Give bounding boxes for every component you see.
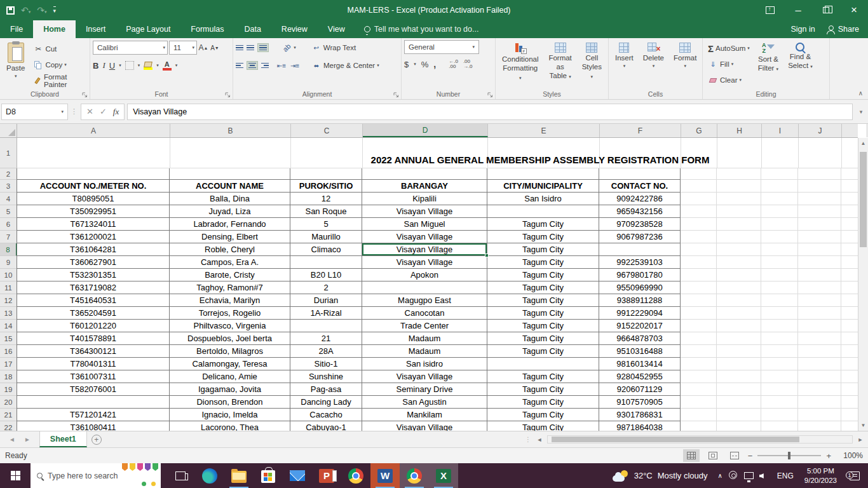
increase-decimal-button[interactable]: ←.0.00 xyxy=(449,59,458,69)
cell-E2[interactable] xyxy=(487,168,599,180)
row-header-17[interactable]: 17 xyxy=(0,358,17,370)
cell-H18[interactable] xyxy=(717,370,761,383)
cell-K6[interactable] xyxy=(841,218,858,231)
cell-E3[interactable]: CITY/MUNICIPALITY xyxy=(487,180,599,193)
cell-D4[interactable]: Kipalili xyxy=(362,193,487,205)
decrease-indent-icon[interactable]: ⇤≡ xyxy=(276,60,287,71)
cell-A13[interactable]: T365204591 xyxy=(17,307,170,320)
cell-A15[interactable]: T401578891 xyxy=(17,332,170,345)
cell-I11[interactable] xyxy=(761,281,798,294)
cell-B14[interactable]: Philtvasco, Virgenia xyxy=(170,320,290,332)
cell-J17[interactable] xyxy=(798,358,841,370)
cell-D9[interactable]: Visayan Village xyxy=(362,256,487,269)
column-header-I[interactable]: I xyxy=(762,124,799,137)
cell-C11[interactable]: 2 xyxy=(290,281,362,294)
row-header-1[interactable]: 1 xyxy=(0,138,17,168)
sign-in-link[interactable]: Sign in xyxy=(790,25,815,34)
zoom-slider[interactable] xyxy=(757,455,821,456)
cell-B8[interactable]: Roble, Cheryl xyxy=(170,243,290,256)
cell-C12[interactable]: Durian xyxy=(290,294,362,307)
cell-I13[interactable] xyxy=(761,307,798,320)
cell-E19[interactable]: Tagum City xyxy=(487,383,599,396)
font-dialog-launcher[interactable] xyxy=(225,92,231,98)
autosum-button[interactable]: ΣAutoSum▾ xyxy=(705,41,752,55)
row-header-12[interactable]: 12 xyxy=(0,294,17,307)
cell-J15[interactable] xyxy=(798,332,841,345)
cell-B18[interactable]: Delicano, Amie xyxy=(170,370,290,383)
taskbar-store[interactable] xyxy=(254,463,283,488)
conditional-formatting-button[interactable]: ≠ ConditionalFormatting ▾ xyxy=(498,40,543,89)
cell-J2[interactable] xyxy=(798,168,841,180)
cell-F5[interactable]: 9659432156 xyxy=(599,205,681,218)
share-button[interactable]: Share xyxy=(827,25,859,34)
cell-H9[interactable] xyxy=(717,256,761,269)
cell-E5[interactable] xyxy=(487,205,599,218)
cell-G5[interactable] xyxy=(681,205,717,218)
restore-button[interactable] xyxy=(812,0,840,20)
cell-G14[interactable] xyxy=(681,320,717,332)
cell-B5[interactable]: Juyad, Liza xyxy=(170,205,290,218)
cell-G6[interactable] xyxy=(681,218,717,231)
cell-B1[interactable] xyxy=(170,138,291,168)
borders-dropdown[interactable]: ▾ xyxy=(138,63,140,68)
align-center-icon[interactable] xyxy=(247,61,258,71)
cell-K7[interactable] xyxy=(841,231,858,243)
orientation-icon[interactable]: ab xyxy=(281,42,292,53)
vertical-scroll-thumb[interactable] xyxy=(860,152,867,247)
cell-I5[interactable] xyxy=(761,205,798,218)
cell-B21[interactable]: Ignacio, Imelda xyxy=(170,409,290,421)
cell-J12[interactable] xyxy=(798,294,841,307)
cell-G8[interactable] xyxy=(681,243,717,256)
expand-formula-bar-icon[interactable]: ▾ xyxy=(855,109,867,115)
cell-A12[interactable]: T451640531 xyxy=(17,294,170,307)
formula-bar-splitter[interactable]: ⋮ xyxy=(71,107,78,116)
cell-B2[interactable] xyxy=(170,168,290,180)
cell-A11[interactable]: T631719082 xyxy=(17,281,170,294)
accounting-dropdown[interactable]: ▾ xyxy=(414,62,416,67)
column-header-H[interactable]: H xyxy=(717,124,762,137)
ribbon-tab[interactable]: View xyxy=(318,20,355,38)
row-header-11[interactable]: 11 xyxy=(0,281,17,294)
column-header-D[interactable]: D xyxy=(363,124,488,137)
row-header-19[interactable]: 19 xyxy=(0,383,17,396)
cell-A9[interactable]: T360627901 xyxy=(17,256,170,269)
close-button[interactable]: × xyxy=(840,0,868,20)
column-header-B[interactable]: B xyxy=(170,124,291,137)
cell-G19[interactable] xyxy=(681,383,717,396)
cell-J21[interactable] xyxy=(798,409,841,421)
borders-icon[interactable] xyxy=(125,61,134,70)
cell-A6[interactable]: T671324011 xyxy=(17,218,170,231)
cell-C8[interactable]: Climaco xyxy=(290,243,362,256)
cell-D2[interactable] xyxy=(362,168,487,180)
cell-G21[interactable] xyxy=(681,409,717,421)
cell-C17[interactable]: Sitio-1 xyxy=(290,358,362,370)
cell-F6[interactable]: 9709238528 xyxy=(599,218,681,231)
cell-K15[interactable] xyxy=(841,332,858,345)
number-format-select[interactable]: General▾ xyxy=(404,40,479,54)
cell-A1[interactable] xyxy=(17,138,170,168)
underline-button[interactable]: U xyxy=(109,61,115,71)
align-right-icon[interactable] xyxy=(261,63,269,69)
normal-view-button[interactable] xyxy=(683,449,700,462)
cell-K14[interactable] xyxy=(841,320,858,332)
cell-K12[interactable] xyxy=(841,294,858,307)
paste-button[interactable]: Paste▾ xyxy=(3,40,29,89)
cell-C4[interactable]: 12 xyxy=(290,193,362,205)
cell-I8[interactable] xyxy=(761,243,798,256)
language-indicator[interactable]: ENG xyxy=(775,471,796,480)
cell-I14[interactable] xyxy=(761,320,798,332)
cell-K21[interactable] xyxy=(841,409,858,421)
clear-button[interactable]: Clear▾ xyxy=(705,73,752,87)
cell-J14[interactable] xyxy=(798,320,841,332)
cell-E11[interactable]: Tagum City xyxy=(487,281,599,294)
decrease-font-icon[interactable]: A▼ xyxy=(210,43,220,53)
taskbar-weather[interactable]: 32°C Mostly cloudy xyxy=(609,470,712,482)
fill-handle[interactable] xyxy=(485,254,489,257)
minimize-button[interactable]: ─ xyxy=(784,0,812,20)
fill-color-button[interactable] xyxy=(144,62,153,70)
cell-I21[interactable] xyxy=(761,409,798,421)
tray-expand-icon[interactable]: ∧ xyxy=(715,472,724,479)
cell-F7[interactable]: 9067987236 xyxy=(599,231,681,243)
cell-H19[interactable] xyxy=(717,383,761,396)
row-header-13[interactable]: 13 xyxy=(0,307,17,320)
